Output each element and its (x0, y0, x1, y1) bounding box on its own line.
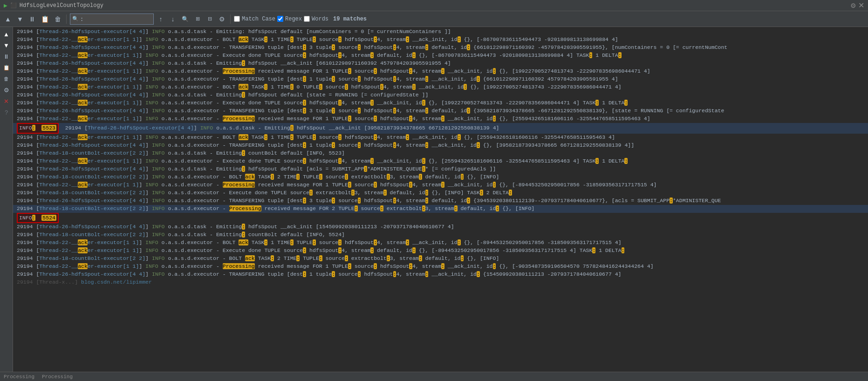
match-case-text: Match Case (242, 16, 275, 22)
app-icon: ⬛ (10, 2, 17, 8)
log-line: 29194 [Thread-22-__acker-executor[1 1]] … (13, 263, 868, 271)
find-in-file-button[interactable]: 🔍 (180, 14, 191, 24)
prev-match-button[interactable]: ↑ (156, 14, 166, 24)
toolbar-sep-2 (230, 14, 231, 24)
log-line: 29194 [Thread-22-__acker-executor[1 1]] … (13, 83, 868, 91)
status-bar: Processing Processing (0, 372, 868, 381)
side-close-button[interactable]: ✕ (1, 96, 12, 106)
side-help-button[interactable]: ? (1, 107, 12, 117)
search-input[interactable] (80, 16, 151, 22)
log-line: 29194 [Thread-22-__acker-executor[1 1]] … (13, 157, 868, 165)
side-copy-button[interactable]: 📋 (1, 62, 12, 73)
regex-checkbox[interactable] (277, 16, 283, 22)
scroll-down-button[interactable]: ▼ (15, 14, 25, 24)
log-line: 29194 [Thread-26-hdfsSpout-executor[4 4]… (13, 44, 868, 52)
log-line: 29194 [Thread-18-countBolt-executor[2 2]… (13, 255, 868, 263)
next-match-button[interactable]: ↓ (168, 14, 178, 24)
log-line: 29194 [Thread-22-__acker-executor[1 1]] … (13, 239, 868, 247)
main-area: ▲ ▼ ⏸ 📋 🗑 ⚙ ✕ ? 29194 [Thread-26-hdfsSpo… (0, 27, 868, 372)
match-case-checkbox[interactable] (234, 16, 240, 22)
log-line: 29194 [Thread-26-hdfsSpout-executor[4 4]… (13, 60, 868, 68)
log-line: 29194 [Thread-22-__acker-executor[1 1]] … (13, 134, 868, 142)
window-title: HdfsLogLevelCountTopology (20, 2, 103, 9)
regex-text: Regex (285, 16, 302, 22)
scroll-up-button[interactable]: ▲ (3, 14, 13, 24)
run-icon: ▶ (4, 2, 7, 9)
regex-label[interactable]: Regex (277, 16, 302, 22)
log-line: 29194 [Thread-22-__acker-executor[1 1]] … (13, 181, 868, 189)
side-up-button[interactable]: ▲ (1, 29, 12, 39)
log-line: 29194 [Thread-x...] blog.csdn.net/lipimm… (13, 279, 868, 286)
boxed-info-1: INFO: 5523 (17, 123, 59, 134)
words-checkbox[interactable] (304, 16, 310, 22)
log-line: 29194 [Thread-26-hdfsSpout-executor[4 4]… (13, 223, 868, 231)
words-label[interactable]: Words (304, 16, 328, 22)
match-case-label[interactable]: Match Case (234, 16, 275, 22)
log-line-boxed-1: INFO: 5523 29194 [Thread-26-hdfsSpout-ex… (13, 123, 868, 134)
log-line: 29194 [Thread-22-__acker-executor[1 1]] … (13, 36, 868, 44)
title-bar-right: ⚙ ✕ (850, 2, 864, 9)
log-line: 29194 [Thread-26-hdfsSpout-executor[4 4]… (13, 271, 868, 279)
log-line-boxed-2: 29194 [Thread-18-countBolt-executor[2 2]… (13, 205, 868, 213)
find-all-button[interactable]: ⊞ (192, 14, 203, 24)
log-line: 29194 [Thread-18-countBolt-executor[2 2]… (13, 173, 868, 181)
log-line: 29194 [Thread-26-hdfsSpout-executor[4 4]… (13, 28, 868, 36)
log-line: 29194 [Thread-22-__acker-executor[1 1]] … (13, 68, 868, 75)
side-pause-button[interactable]: ⏸ (1, 51, 12, 61)
log-line-boxed-2b: INFO: 5524 (13, 213, 868, 224)
log-line: 29194 [Thread-26-hdfsSpout-executor[4 4]… (13, 91, 868, 99)
log-line: 29194 [Thread-26-hdfsSpout-executor[4 4]… (13, 75, 868, 83)
log-line: 29194 [Thread-22-__acker-executor[1 1]] … (13, 115, 868, 123)
clear-button[interactable]: 🗑 (53, 14, 63, 24)
title-bar-left: ▶ ⬛ HdfsLogLevelCountTopology (4, 2, 103, 9)
find-all-b-button[interactable]: ⊟ (205, 14, 215, 24)
log-line: 29194 [Thread-22-__acker-executor[1 1]] … (13, 99, 868, 107)
side-down-button[interactable]: ▼ (1, 40, 12, 50)
matches-count: 19 matches (333, 16, 367, 22)
search-icon: 🔍 (72, 16, 79, 22)
boxed-info-2: INFO: 5524 (17, 213, 59, 224)
pause-button[interactable]: ⏸ (27, 14, 37, 24)
log-line: 29194 [Thread-22-__acker-executor[1 1]] … (13, 247, 868, 255)
close-window-button[interactable]: ✕ (858, 2, 864, 9)
log-line: 29194 [Thread-26-hdfsSpout-executor[4 4]… (13, 165, 868, 173)
log-line: 29194 [Thread-18-countBolt-executor[2 2]… (13, 150, 868, 157)
status-processing-2: Processing (42, 374, 73, 380)
words-text: Words (312, 16, 328, 22)
log-line: 29194 [Thread-18-countBolt-executor[2 2]… (13, 189, 868, 197)
title-bar: ▶ ⬛ HdfsLogLevelCountTopology ⚙ ✕ (0, 0, 868, 11)
toolbar-sep-1 (66, 14, 67, 24)
copy-button[interactable]: 📋 (39, 14, 51, 24)
status-processing-1: Processing (4, 374, 34, 380)
log-line: 29194 [Thread-26-hdfsSpout-executor[4 4]… (13, 142, 868, 150)
log-line: 29194 [Thread-18-countBolt-executor[2 2]… (13, 231, 868, 239)
log-content[interactable]: 29194 [Thread-26-hdfsSpout-executor[4 4]… (13, 27, 868, 372)
side-clear-button[interactable]: 🗑 (1, 74, 12, 84)
settings-button[interactable]: ⚙ (850, 2, 856, 9)
side-panel: ▲ ▼ ⏸ 📋 🗑 ⚙ ✕ ? (0, 27, 13, 372)
log-line: 29194 [Thread-22-__acker-executor[1 1]] … (13, 52, 868, 60)
toolbar: ▲ ▼ ⏸ 📋 🗑 🔍 ↑ ↓ 🔍 ⊞ ⊟ ⚙ Match Case Regex… (0, 11, 868, 27)
log-line: 29194 [Thread-26-hdfsSpout-executor[4 4]… (13, 107, 868, 115)
settings-search-button[interactable]: ⚙ (217, 14, 227, 24)
log-line: 29194 [Thread-26-hdfsSpout-executor[4 4]… (13, 197, 868, 205)
side-settings-button[interactable]: ⚙ (1, 85, 12, 95)
search-wrapper: 🔍 (70, 14, 154, 25)
